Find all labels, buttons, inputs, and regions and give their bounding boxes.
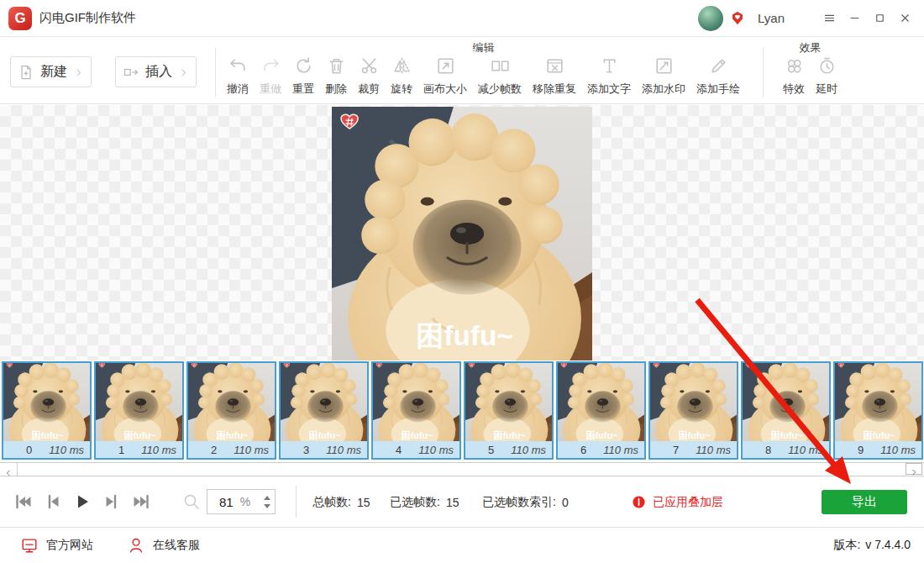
tool-add-watermark[interactable]: 添加水印: [638, 55, 690, 97]
zoom-magnifier-icon: [181, 492, 202, 512]
previous-frame-button[interactable]: [43, 491, 63, 513]
timeline-frame[interactable]: 5110 ms: [464, 361, 554, 460]
stat-label: 总帧数:: [312, 495, 351, 510]
info-icon: [632, 495, 646, 509]
remove-duplicate-icon: [544, 55, 565, 76]
timeline-scrollbar[interactable]: [0, 462, 924, 476]
tool-label: 特效: [783, 82, 805, 97]
tool-reduce-frames[interactable]: 减少帧数: [474, 55, 526, 97]
frame-thumbnail: [373, 363, 459, 441]
frame-index: 3: [303, 444, 309, 456]
frame-delay: 110 ms: [696, 444, 731, 456]
frame-label: 5110 ms: [465, 441, 552, 458]
menu-button[interactable]: [816, 6, 842, 31]
zoom-decrease-button[interactable]: [264, 504, 270, 508]
delay-icon: [816, 55, 837, 76]
close-button[interactable]: [892, 6, 917, 31]
timeline-frame[interactable]: 8110 ms: [741, 361, 831, 460]
minimize-icon: [848, 12, 861, 24]
zoom-value[interactable]: 81: [219, 495, 234, 509]
support-icon: [127, 536, 145, 555]
export-button[interactable]: 导出: [822, 490, 907, 514]
undo-icon: [228, 55, 249, 76]
gif-preview-image[interactable]: [332, 107, 592, 360]
insert-icon: [123, 64, 139, 81]
new-button[interactable]: 新建: [10, 56, 92, 87]
add-watermark-icon: [654, 55, 675, 76]
timeline-frame[interactable]: 0110 ms: [2, 361, 92, 460]
stat-2: 已选帧数索引:0: [482, 477, 569, 527]
tool-remove-duplicate[interactable]: 移除重复: [528, 55, 580, 97]
scroll-left-button[interactable]: [0, 463, 18, 476]
toolbar-divider: [215, 48, 216, 97]
stat-label: 已选帧数:: [390, 495, 440, 510]
frame-index: 5: [488, 444, 494, 456]
maximize-button[interactable]: [867, 6, 892, 31]
tool-crop[interactable]: 裁剪: [354, 55, 384, 97]
scroll-right-button[interactable]: [906, 463, 922, 475]
timeline-frame[interactable]: 7110 ms: [648, 361, 738, 460]
frame-label: 2110 ms: [188, 441, 275, 458]
control-bar: 81 % 总帧数:15已选帧数:15已选帧数索引:0 已应用叠加层 导出: [0, 477, 924, 527]
new-doc-icon: [18, 64, 34, 81]
timeline-frame[interactable]: 6110 ms: [556, 361, 646, 460]
zoom-spinner[interactable]: 81 %: [207, 489, 276, 514]
next-frame-button[interactable]: [102, 491, 122, 513]
tool-label: 旋转: [391, 82, 412, 97]
tool-label: 延时: [816, 82, 837, 97]
tool-label: 删除: [325, 82, 347, 97]
tool-reset[interactable]: 重置: [288, 55, 318, 97]
official-website-link[interactable]: 官方网站: [20, 536, 93, 555]
online-support-link[interactable]: 在线客服: [127, 536, 200, 555]
tool-add-text[interactable]: 添加文字: [583, 55, 635, 97]
frame-delay: 110 ms: [234, 444, 269, 456]
app-logo-icon: G: [8, 7, 32, 30]
toolbar-divider: [763, 48, 764, 97]
timeline-frame[interactable]: 9110 ms: [833, 361, 923, 460]
frame-label: 9110 ms: [835, 441, 921, 458]
timeline-frame[interactable]: 3110 ms: [279, 361, 369, 460]
tool-effects[interactable]: 特效: [779, 55, 809, 97]
timeline-frame[interactable]: 2110 ms: [186, 361, 276, 460]
scroll-right-icon: [910, 465, 918, 473]
tool-redo[interactable]: 重做: [255, 55, 286, 97]
user-avatar[interactable]: [698, 6, 723, 31]
first-frame-button[interactable]: [13, 491, 34, 513]
frame-label: 0110 ms: [3, 441, 90, 458]
online-support-label: 在线客服: [153, 538, 200, 553]
timeline-frame[interactable]: 1110 ms: [94, 361, 184, 460]
play-button[interactable]: [72, 491, 92, 513]
frame-label: 3110 ms: [281, 441, 367, 458]
timeline-frame[interactable]: 4110 ms: [371, 361, 461, 460]
crop-icon: [359, 55, 380, 76]
last-frame-button[interactable]: [131, 491, 151, 513]
stat-value: 0: [562, 496, 569, 509]
zoom-unit: %: [240, 495, 250, 508]
tool-undo[interactable]: 撤消: [223, 55, 253, 97]
version-info: 版本: v 7.4.4.0: [833, 538, 911, 553]
username-label: Lyan: [758, 11, 785, 25]
chevron-right-icon: [73, 66, 84, 77]
tool-delay[interactable]: 延时: [811, 55, 842, 97]
frame-delay: 110 ms: [880, 444, 916, 456]
toolbar: 新建 插入 编辑 撤消重做重置删除裁剪旋转画布大小减少帧数移除重复添加文字添加水…: [0, 37, 924, 104]
tool-label: 添加手绘: [696, 82, 740, 97]
tool-delete[interactable]: 删除: [321, 55, 351, 97]
minimize-button[interactable]: [842, 6, 867, 31]
playback-controls: [13, 491, 151, 513]
edit-group-label: 编辑: [223, 40, 744, 55]
editor-canvas[interactable]: [0, 105, 924, 360]
tool-add-drawing[interactable]: 添加手绘: [692, 55, 744, 97]
frame-index: 9: [858, 444, 864, 456]
add-text-icon: [599, 55, 620, 76]
tool-canvas-size[interactable]: 画布大小: [419, 55, 471, 97]
frame-thumbnail: [281, 363, 367, 441]
zoom-increase-button[interactable]: [264, 496, 270, 500]
frame-index: 0: [26, 444, 32, 456]
frame-label: 1110 ms: [96, 441, 182, 458]
frame-index: 4: [396, 444, 402, 456]
chevron-right-icon: [178, 66, 189, 77]
tool-rotate[interactable]: 旋转: [386, 55, 417, 97]
insert-button[interactable]: 插入: [115, 56, 197, 87]
frame-thumbnail: [96, 363, 182, 441]
